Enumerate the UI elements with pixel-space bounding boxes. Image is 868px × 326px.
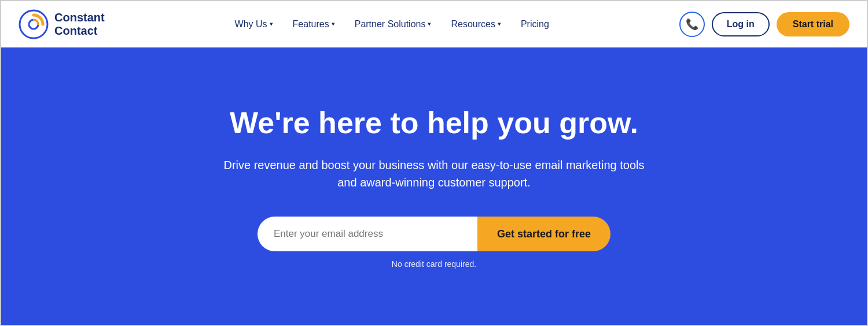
nav-label-resources: Resources [451,19,495,30]
chevron-down-icon: ▾ [332,20,335,28]
site-header: Constant Contact Why Us ▾ Features ▾ Par… [1,1,867,47]
header-actions: 📞 Log in Start trial [679,12,849,37]
nav-item-why-us[interactable]: Why Us ▾ [227,14,281,34]
hero-section: We're here to help you grow. Drive reven… [1,47,867,326]
get-started-button[interactable]: Get started for free [477,217,610,251]
logo-icon [19,9,49,39]
chevron-down-icon: ▾ [428,20,431,28]
hero-subtitle: Drive revenue and boost your business wi… [220,156,648,191]
logo-line1: Constant [54,11,105,24]
nav-item-pricing[interactable]: Pricing [513,14,557,34]
chevron-down-icon: ▾ [498,20,501,28]
main-nav: Why Us ▾ Features ▾ Partner Solutions ▾ … [227,14,557,34]
nav-label-pricing: Pricing [521,19,549,30]
login-button[interactable]: Log in [712,12,770,36]
nav-label-features: Features [293,19,329,30]
logo-text: Constant Contact [54,11,105,38]
nav-item-features[interactable]: Features ▾ [285,14,343,34]
phone-button[interactable]: 📞 [679,12,705,37]
email-input[interactable] [258,217,477,251]
start-trial-button[interactable]: Start trial [777,12,849,36]
nav-label-why-us: Why Us [235,19,267,30]
nav-label-partner-solutions: Partner Solutions [355,19,426,30]
phone-icon: 📞 [686,18,698,31]
logo[interactable]: Constant Contact [19,9,105,39]
hero-title: We're here to help you grow. [230,106,638,141]
no-credit-text: No credit card required. [392,259,476,269]
nav-item-partner-solutions[interactable]: Partner Solutions ▾ [347,14,440,34]
logo-line2: Contact [54,24,105,38]
chevron-down-icon: ▾ [270,20,273,28]
nav-item-resources[interactable]: Resources ▾ [443,14,509,34]
email-form: Get started for free [258,217,610,251]
